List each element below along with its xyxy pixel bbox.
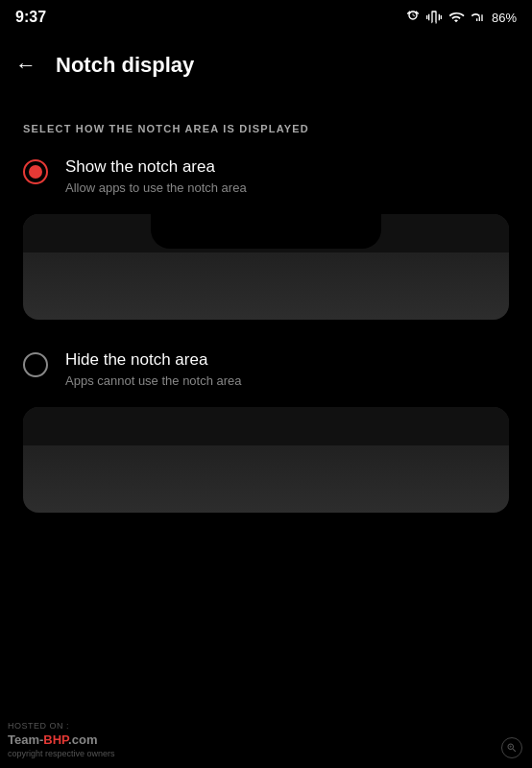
toolbar: ← Notch display	[0, 35, 532, 96]
hide-notch-radio[interactable]	[23, 352, 48, 377]
status-time: 9:37	[15, 9, 46, 26]
wifi-icon	[447, 10, 465, 25]
watermark-hosted: HOSTED ON :	[8, 721, 115, 731]
hide-notch-title: Hide the notch area	[65, 350, 242, 370]
watermark-dotcom: .com	[68, 732, 97, 747]
alarm-icon	[405, 10, 421, 25]
hide-notch-desc: Apps cannot use the notch area	[65, 373, 242, 388]
hide-notch-preview	[23, 407, 509, 513]
notch-cutout	[151, 214, 381, 249]
watermark-team: Team-	[8, 732, 43, 747]
page-title: Notch display	[56, 53, 194, 78]
signal-icon	[471, 10, 486, 25]
watermark-bhp: BHP	[43, 732, 68, 747]
vibrate-icon	[426, 10, 442, 25]
back-button[interactable]: ←	[15, 53, 36, 78]
show-notch-title: Show the notch area	[65, 157, 247, 177]
hide-notch-row[interactable]: Hide the notch area Apps cannot use the …	[23, 343, 509, 396]
status-icons: 86%	[405, 10, 517, 25]
hide-notch-option[interactable]: Hide the notch area Apps cannot use the …	[0, 343, 532, 396]
zoom-icon	[501, 737, 522, 758]
battery-percentage: 86%	[492, 11, 517, 25]
status-bar: 9:37 86%	[0, 0, 532, 35]
show-notch-row[interactable]: Show the notch area Allow apps to use th…	[23, 150, 509, 203]
show-notch-radio[interactable]	[23, 159, 48, 184]
show-notch-preview	[23, 214, 509, 320]
watermark-copyright: copyright respective owners	[8, 749, 115, 758]
hide-notch-bar	[23, 407, 509, 445]
show-notch-option[interactable]: Show the notch area Allow apps to use th…	[0, 150, 532, 203]
show-notch-text: Show the notch area Allow apps to use th…	[65, 157, 247, 195]
hide-notch-text: Hide the notch area Apps cannot use the …	[65, 350, 242, 388]
section-label: SELECT HOW THE NOTCH AREA IS DISPLAYED	[0, 96, 532, 150]
watermark-brand: Team-BHP.com	[8, 732, 115, 747]
radio-selected-dot	[29, 165, 42, 179]
show-notch-desc: Allow apps to use the notch area	[65, 180, 247, 195]
watermark: HOSTED ON : Team-BHP.com copyright respe…	[8, 721, 115, 758]
